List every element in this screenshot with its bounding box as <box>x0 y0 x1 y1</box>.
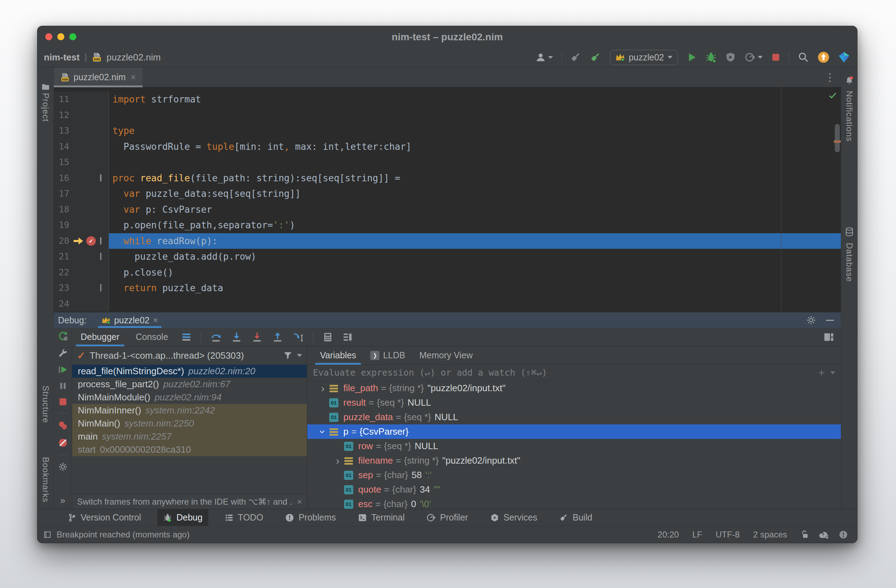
toolwindow-button-terminal[interactable]: Terminal <box>352 509 410 526</box>
search-everywhere-icon[interactable] <box>798 52 809 63</box>
stripe-project-label[interactable]: Project <box>41 93 50 122</box>
toolwindow-button-todo[interactable]: TODO <box>219 509 269 526</box>
run-with-coverage-button[interactable] <box>725 52 736 62</box>
add-watch-plus-icon[interactable]: + <box>818 367 824 379</box>
rerun-icon[interactable] <box>58 331 68 341</box>
variable-row[interactable]: 01sep={char}58':' <box>307 468 841 482</box>
stripe-database-label[interactable]: Database <box>844 243 854 282</box>
line-gutter[interactable]: 19 <box>54 217 109 233</box>
profiler-caret-icon[interactable] <box>758 56 763 59</box>
database-icon[interactable] <box>845 227 853 236</box>
expand-chevron-icon[interactable]: › <box>331 455 344 467</box>
resume-program-icon[interactable] <box>58 365 68 375</box>
toolwindow-button-version-control[interactable]: Version Control <box>62 509 147 526</box>
build-project-hammer-icon[interactable] <box>590 52 602 63</box>
stop-button[interactable] <box>771 53 780 62</box>
line-gutter[interactable]: 14 <box>54 139 109 155</box>
toolwindow-button-services[interactable]: Services <box>485 509 543 526</box>
line-gutter[interactable]: 20✓ <box>54 233 109 249</box>
line-gutter[interactable]: 17 <box>54 186 109 202</box>
code-text[interactable]: puzzle_data.add(p.row) <box>109 249 841 265</box>
layout-settings-icon[interactable] <box>823 331 835 343</box>
unlocked-padlock-icon[interactable] <box>800 530 809 539</box>
variable-row[interactable]: 01quote={char}34'"' <box>307 482 841 497</box>
line-gutter[interactable]: 24 <box>54 296 109 312</box>
line-gutter[interactable]: 15 <box>54 154 109 170</box>
code-line[interactable]: 18 var p: CsvParser <box>54 202 841 218</box>
stripe-structure-label[interactable]: Structure <box>41 386 50 423</box>
stripe-notifications-label[interactable]: Notifications <box>844 91 854 142</box>
code-line[interactable]: 24 <box>54 296 841 312</box>
tab-console[interactable]: Console <box>132 328 172 346</box>
toolwindow-button-debug[interactable]: Debug <box>157 509 208 526</box>
code-with-me-gem-icon[interactable] <box>838 51 850 63</box>
variable-row[interactable]: 01result={seq *}NULL <box>307 395 841 410</box>
code-line[interactable]: 17 var puzzle_data:seq[seq[string]] <box>54 186 841 202</box>
pause-program-icon[interactable] <box>58 381 67 390</box>
code-text[interactable]: type <box>109 123 841 139</box>
step-over-icon[interactable] <box>210 331 222 343</box>
profiler-button[interactable] <box>744 52 763 62</box>
tab-debugger[interactable]: Debugger <box>77 328 123 346</box>
code-line[interactable]: 16proc read_file(file_path: string):seq[… <box>54 170 841 186</box>
breadcrumb-project[interactable]: nim-test <box>44 52 79 63</box>
close-tab-icon[interactable]: × <box>131 72 136 83</box>
variable-row[interactable]: ›filename={string *}"puzzle02/input.txt" <box>307 453 841 468</box>
file-encoding[interactable]: UTF-8 <box>716 530 740 539</box>
variable-row[interactable]: ›file_path={string *}"puzzle02/input.txt… <box>307 381 841 395</box>
stack-frame[interactable]: process_file_part2()puzzle02.nim:67 <box>72 378 307 391</box>
code-text[interactable] <box>109 296 841 312</box>
debug-settings-gear-icon[interactable] <box>58 462 68 472</box>
code-text[interactable]: var p: CsvParser <box>109 202 841 218</box>
tab-memory-view[interactable]: Memory View <box>414 346 478 365</box>
tab-lldb[interactable]: ❭ LLDB <box>364 346 411 365</box>
debug-button[interactable] <box>706 52 717 63</box>
user-account-icon[interactable] <box>535 52 553 62</box>
inspections-ok-icon[interactable] <box>828 91 837 100</box>
code-editor[interactable]: 11import strformat1213type14 PasswordRul… <box>54 87 841 312</box>
line-gutter[interactable]: 16 <box>54 170 109 186</box>
code-text[interactable]: PasswordRule = tuple[min: int, max: int,… <box>109 139 841 155</box>
more-actions-chevrons-icon[interactable]: » <box>60 495 65 506</box>
code-text[interactable]: return puzzle_data <box>109 280 841 296</box>
code-line[interactable]: 11import strformat <box>54 91 841 108</box>
step-into-icon[interactable] <box>231 331 242 343</box>
evaluate-expression-icon[interactable] <box>323 332 333 342</box>
code-line[interactable]: 15 <box>54 154 841 170</box>
toolwindow-button-build[interactable]: Build <box>554 509 598 526</box>
line-gutter[interactable]: 22 <box>54 265 109 281</box>
stack-frame[interactable]: read_file(NimStringDesc*)puzzle02.nim:20 <box>72 365 307 378</box>
scrollbar-warning-mark[interactable] <box>834 140 841 143</box>
stack-frame[interactable]: NimMain()system.nim:2250 <box>72 417 307 430</box>
fold-marker-icon[interactable] <box>100 253 102 260</box>
stripe-bookmarks-label[interactable]: Bookmarks <box>41 457 50 503</box>
code-line[interactable]: 23 return puzzle_data <box>54 280 841 296</box>
project-folder-icon[interactable] <box>42 84 49 90</box>
watches-caret-icon[interactable] <box>830 371 835 374</box>
stack-frame[interactable]: start0x00000002028ca310 <box>72 443 307 456</box>
expand-chevron-icon[interactable]: › <box>317 382 329 394</box>
line-gutter[interactable]: 13 <box>54 123 109 139</box>
line-ending[interactable]: LF <box>692 530 702 539</box>
stack-frame[interactable]: NimMainModule()puzzle02.nim:94 <box>72 391 307 404</box>
line-gutter[interactable]: 12 <box>54 108 109 123</box>
breadcrumb-file[interactable]: puzzle02.nim <box>107 52 160 63</box>
code-line[interactable]: 14 PasswordRule = tuple[min: int, max: i… <box>54 139 841 155</box>
code-line[interactable]: 22 p.close() <box>54 265 841 281</box>
force-step-into-icon[interactable] <box>251 331 263 343</box>
line-gutter[interactable]: 18 <box>54 202 109 218</box>
filter-funnel-icon[interactable] <box>283 351 293 360</box>
line-gutter[interactable]: 21 <box>54 249 109 265</box>
variable-row[interactable]: ›p={CsvParser} <box>307 424 841 439</box>
indent-setting[interactable]: 2 spaces <box>753 530 787 539</box>
fold-marker-icon[interactable] <box>100 285 102 291</box>
update-available-icon[interactable] <box>817 51 829 63</box>
code-line[interactable]: 12 <box>54 108 841 123</box>
status-message[interactable]: Breakpoint reached (moments ago) <box>56 530 189 539</box>
debug-session-tab[interactable]: puzzle02 × <box>97 312 162 328</box>
mute-breakpoints-icon[interactable] <box>58 438 68 448</box>
toolwindow-button-profiler[interactable]: Profiler <box>421 509 474 526</box>
expand-chevron-icon[interactable]: › <box>317 425 329 438</box>
fold-marker-icon[interactable] <box>100 238 102 244</box>
evaluate-expression-input[interactable] <box>313 368 812 378</box>
